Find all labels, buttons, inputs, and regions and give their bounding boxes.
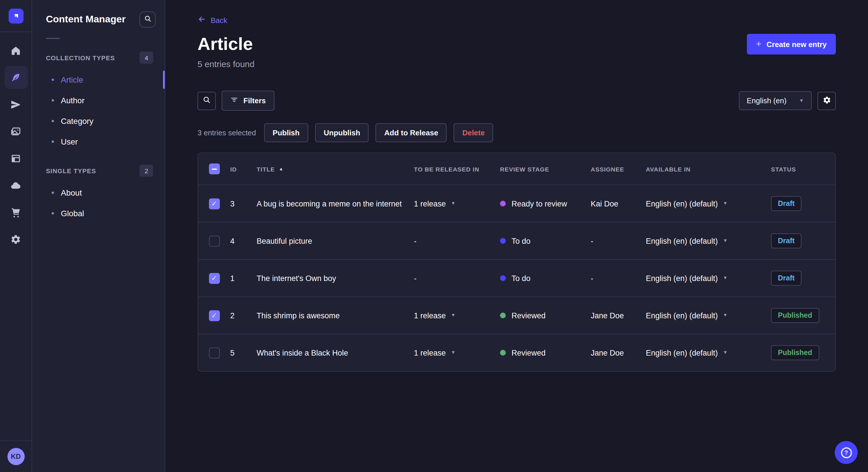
- rail-bottom: KD: [0, 440, 32, 472]
- table-row[interactable]: ✓ 1 The internet's Own boy - To do - Eng…: [198, 259, 835, 297]
- strapi-logo-button[interactable]: [0, 0, 32, 32]
- table-row[interactable]: ✓ 5 What's inside a Black Hole 1 release…: [198, 334, 835, 371]
- cell-assignee: Kai Doe: [591, 199, 646, 208]
- filters-label: Filters: [243, 96, 266, 105]
- release-dropdown[interactable]: 1 release▼: [414, 348, 500, 357]
- table-row[interactable]: ✓ 4 Beautiful picture - To do - English …: [198, 222, 835, 259]
- settings-gear-icon[interactable]: [4, 228, 27, 250]
- stage-dot: [500, 350, 506, 356]
- create-new-entry-button[interactable]: + Create new entry: [747, 34, 836, 55]
- sidebar-item-about[interactable]: About: [32, 182, 165, 203]
- media-library-icon[interactable]: [4, 120, 27, 143]
- divider: [46, 38, 60, 39]
- sidebar-item-user[interactable]: User: [32, 131, 165, 152]
- subnav-title: Content Manager: [46, 14, 126, 25]
- content-manager-subnav: Content Manager COLLECTION TYPES 4 Artic…: [32, 0, 165, 472]
- row-checkbox[interactable]: ✓: [209, 198, 220, 209]
- column-header-id[interactable]: ID: [230, 165, 257, 172]
- back-link[interactable]: Back: [197, 15, 227, 25]
- delete-button[interactable]: Delete: [454, 123, 493, 142]
- deploy-cloud-icon[interactable]: [4, 174, 27, 197]
- locale-dropdown[interactable]: English (en) (default)▼: [646, 311, 771, 320]
- column-header-title[interactable]: TITLE ▲: [257, 165, 414, 172]
- locale-dropdown[interactable]: English (en) (default)▼: [646, 199, 771, 208]
- table-row[interactable]: ✓ 2 This shrimp is awesome 1 release▼ Re…: [198, 297, 835, 334]
- row-checkbox[interactable]: ✓: [209, 347, 220, 358]
- home-icon[interactable]: [4, 39, 27, 62]
- sidebar-item-label: Category: [61, 116, 94, 126]
- search-button[interactable]: [197, 92, 216, 110]
- user-avatar[interactable]: KD: [7, 448, 24, 465]
- check-icon: ✓: [211, 311, 217, 319]
- section-label: SINGLE TYPES: [46, 167, 96, 174]
- chevron-down-icon: ▼: [451, 350, 456, 355]
- publish-button[interactable]: Publish: [264, 123, 308, 142]
- section-count-badge: 2: [140, 165, 153, 177]
- content-manager-feather-icon[interactable]: [4, 66, 27, 89]
- release-label: 1 release: [414, 348, 446, 357]
- cell-title: A bug is becoming a meme on the internet: [257, 199, 414, 208]
- cell-release: -: [414, 237, 500, 245]
- row-checkbox[interactable]: ✓: [209, 235, 220, 246]
- releases-send-icon[interactable]: [4, 93, 27, 116]
- chevron-down-icon: ▼: [451, 201, 456, 206]
- locale-label: English (en) (default): [646, 199, 718, 208]
- cell-review-stage: Reviewed: [500, 311, 591, 320]
- app-window: KD Content Manager COLLECTION TYPES 4 Ar…: [0, 0, 868, 472]
- filter-icon: [230, 96, 238, 105]
- row-checkbox[interactable]: ✓: [209, 273, 220, 283]
- view-settings-button[interactable]: [817, 92, 836, 110]
- sidebar-item-global[interactable]: Global: [32, 203, 165, 224]
- bullet-icon: [52, 120, 54, 122]
- column-header-status[interactable]: STATUS: [771, 165, 835, 172]
- search-icon: [203, 96, 211, 105]
- sidebar-item-label: Article: [61, 75, 83, 84]
- release-label: 1 release: [414, 199, 446, 208]
- release-dropdown[interactable]: 1 release▼: [414, 199, 500, 208]
- selection-summary: 3 entries selected: [197, 129, 256, 137]
- subnav-search-button[interactable]: [140, 11, 156, 28]
- locale-dropdown[interactable]: English (en) (default)▼: [646, 348, 771, 357]
- cell-review-stage: Reviewed: [500, 348, 591, 357]
- sidebar-item-author[interactable]: Author: [32, 90, 165, 111]
- gear-icon: [823, 96, 831, 106]
- cell-title: The internet's Own boy: [257, 274, 414, 282]
- locale-select[interactable]: English (en) ▼: [739, 91, 812, 110]
- column-header-assignee[interactable]: ASSIGNEE: [591, 165, 646, 172]
- sidebar-item-article[interactable]: Article: [32, 69, 165, 90]
- locale-dropdown[interactable]: English (en) (default)▼: [646, 274, 771, 282]
- entries-count: 5 entries found: [197, 59, 836, 69]
- chevron-down-icon: ▼: [723, 239, 727, 243]
- marketplace-cart-icon[interactable]: [4, 201, 27, 224]
- bullet-icon: [52, 78, 54, 81]
- select-all-checkbox[interactable]: ✓: [209, 164, 220, 174]
- search-icon: [144, 15, 151, 24]
- content-type-builder-icon[interactable]: [4, 147, 27, 170]
- cell-title: What's inside a Black Hole: [257, 348, 414, 357]
- status-badge: Published: [771, 308, 819, 323]
- release-dropdown[interactable]: 1 release▼: [414, 311, 500, 320]
- locale-dropdown[interactable]: English (en) (default)▼: [646, 237, 771, 245]
- sidebar-item-label: About: [61, 188, 82, 197]
- column-header-release[interactable]: TO BE RELEASED IN: [414, 165, 500, 172]
- row-checkbox[interactable]: ✓: [209, 310, 220, 321]
- add-to-release-button[interactable]: Add to Release: [376, 123, 447, 142]
- filters-button[interactable]: Filters: [222, 91, 274, 111]
- table-row[interactable]: ✓ 3 A bug is becoming a meme on the inte…: [198, 185, 835, 222]
- stage-dot: [500, 275, 506, 281]
- main-nav-rail: KD: [0, 0, 32, 472]
- column-header-available-in[interactable]: AVAILABLE IN: [646, 165, 771, 172]
- help-button[interactable]: ?: [835, 441, 858, 464]
- locale-value: English (en): [747, 96, 786, 105]
- column-header-review-stage[interactable]: REVIEW STAGE: [500, 165, 591, 172]
- bullet-icon: [52, 140, 54, 143]
- chevron-down-icon: ▼: [723, 201, 727, 206]
- cell-assignee: -: [591, 274, 646, 282]
- unpublish-button[interactable]: Unpublish: [315, 123, 369, 142]
- cell-assignee: Jane Doe: [591, 311, 646, 320]
- single-types-section: SINGLE TYPES 2 About Global: [32, 165, 165, 224]
- check-icon: ✓: [211, 200, 217, 208]
- sidebar-item-label: Author: [61, 96, 85, 105]
- sidebar-item-category[interactable]: Category: [32, 111, 165, 131]
- chevron-down-icon: ▼: [723, 350, 727, 355]
